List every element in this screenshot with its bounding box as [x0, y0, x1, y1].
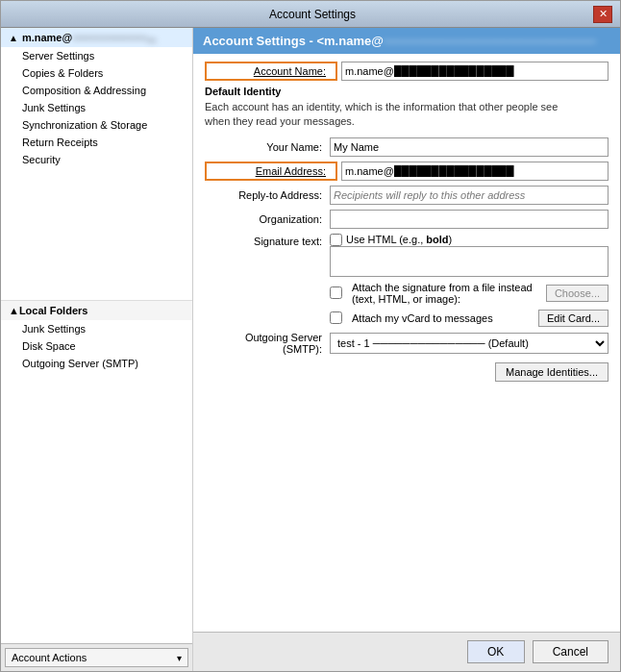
attach-vcard-row: Attach my vCard to messages Edit Card... [205, 310, 609, 327]
sidebar-item-sync-storage[interactable]: Synchronization & Storage [1, 116, 192, 134]
signature-text-label: Signature text: [205, 234, 330, 247]
window-title: Account Settings [32, 8, 593, 21]
default-identity-title: Default Identity [205, 86, 609, 97]
sidebar-bottom: Account Actions ▾ [1, 643, 192, 671]
main-content: ▲ m.name@──────────... Server Settings C… [1, 28, 620, 671]
your-name-input[interactable] [330, 137, 609, 157]
sidebar-item-junk-settings[interactable]: Junk Settings [1, 99, 192, 116]
attach-signature-row: Attach the signature from a file instead… [205, 282, 609, 305]
sidebar-account-header[interactable]: ▲ m.name@──────────... [1, 28, 192, 47]
sidebar-item-copies-folders[interactable]: Copies & Folders [1, 64, 192, 82]
account-actions-label: Account Actions [12, 652, 87, 663]
attach-vcard-checkbox[interactable] [330, 311, 342, 324]
close-button[interactable]: ✕ [593, 6, 612, 23]
sidebar-item-security[interactable]: Security [1, 151, 192, 168]
organization-row: Organization: [205, 210, 609, 229]
outgoing-server-select[interactable]: test - 1 ─────────────── (Default) [330, 333, 609, 354]
outgoing-server-label: Outgoing Server (SMTP): [205, 332, 330, 355]
reply-to-input[interactable] [330, 186, 609, 205]
reply-to-row: Reply-to Address: [205, 186, 609, 205]
sidebar-item-local-junk[interactable]: Junk Settings [1, 320, 192, 337]
sidebar-item-disk-space[interactable]: Disk Space [1, 337, 192, 355]
signature-content-area: Use HTML (e.g., bold) [330, 234, 609, 277]
right-panel: Account Settings - <m.name@─────────────… [193, 28, 620, 671]
default-identity-desc: Each account has an identity, which is t… [205, 100, 609, 130]
ok-button[interactable]: OK [467, 640, 525, 663]
sidebar-item-server-settings[interactable]: Server Settings [1, 47, 192, 64]
sidebar-item-outgoing-smtp[interactable]: Outgoing Server (SMTP) [1, 355, 192, 372]
account-actions-button[interactable]: Account Actions ▾ [5, 648, 188, 667]
organization-label: Organization: [205, 213, 330, 225]
outgoing-server-row: Outgoing Server (SMTP): test - 1 ───────… [205, 332, 609, 355]
account-name-row: Account Name: [205, 62, 609, 81]
account-name-highlight: Account Name: [205, 62, 337, 81]
title-bar: Account Settings ✕ [1, 1, 620, 28]
email-address-label: Email Address: [209, 165, 334, 177]
your-name-label: Your Name: [205, 141, 330, 153]
use-html-checkbox[interactable] [330, 234, 342, 246]
account-name-input[interactable] [341, 62, 609, 81]
sidebar-local-folders-header[interactable]: ▲ Local Folders [1, 300, 192, 320]
use-html-row: Use HTML (e.g., bold) [330, 234, 609, 246]
attach-signature-checkbox[interactable] [330, 286, 342, 299]
collapse-arrow-icon: ▲ [9, 33, 18, 43]
email-address-input[interactable] [341, 162, 609, 181]
account-settings-window: Account Settings ✕ ▲ m.name@──────────..… [0, 0, 621, 672]
sidebar-item-composition-addressing[interactable]: Composition & Addressing [1, 82, 192, 99]
dialog-footer: OK Cancel [193, 632, 620, 671]
organization-input[interactable] [330, 210, 609, 229]
panel-body: Account Name: Default Identity Each acco… [193, 54, 620, 632]
sidebar-account-section: ▲ m.name@──────────... Server Settings C… [1, 28, 192, 300]
panel-header: Account Settings - <m.name@─────────────… [193, 28, 620, 54]
cancel-button[interactable]: Cancel [533, 640, 609, 663]
email-address-row: Email Address: [205, 162, 609, 181]
reply-to-label: Reply-to Address: [205, 189, 330, 201]
your-name-row: Your Name: [205, 137, 609, 157]
email-highlight: Email Address: [205, 162, 337, 181]
use-html-label: Use HTML (e.g., bold) [346, 234, 452, 245]
sidebar-item-return-receipts[interactable]: Return Receipts [1, 134, 192, 151]
choose-button[interactable]: Choose... [546, 285, 609, 302]
manage-identities-row: Manage Identities... [205, 362, 609, 382]
sidebar: ▲ m.name@──────────... Server Settings C… [1, 28, 193, 671]
account-header-name: m.name@ [22, 32, 72, 43]
attach-vcard-label: Attach my vCard to messages [352, 312, 538, 324]
attach-signature-label: Attach the signature from a file instead… [352, 282, 546, 305]
signature-textarea[interactable] [330, 246, 609, 277]
account-actions-arrow-icon: ▾ [177, 653, 182, 663]
manage-identities-button[interactable]: Manage Identities... [495, 362, 609, 382]
local-folders-arrow-icon: ▲ [9, 305, 19, 316]
signature-text-row: Signature text: Use HTML (e.g., bold) [205, 234, 609, 277]
edit-card-button[interactable]: Edit Card... [538, 310, 609, 327]
account-header-blurred: ──────────... [72, 32, 156, 43]
account-name-label: Account Name: [209, 65, 334, 77]
